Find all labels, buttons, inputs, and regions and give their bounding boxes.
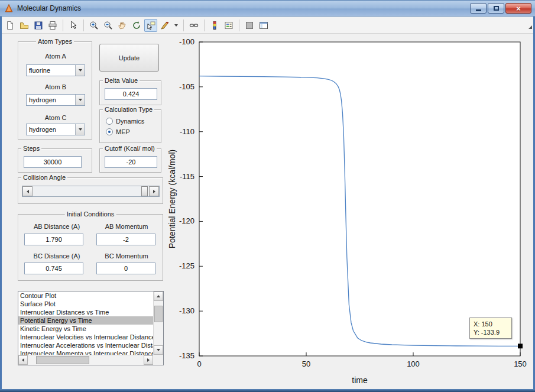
update-button[interactable]: Update bbox=[99, 44, 159, 72]
radio-mep[interactable]: MEP bbox=[106, 128, 161, 136]
svg-text:50: 50 bbox=[302, 359, 310, 368]
arrow-up-icon bbox=[157, 295, 160, 297]
edit-plot-button[interactable] bbox=[67, 19, 80, 32]
delta-value-field[interactable] bbox=[105, 88, 157, 100]
brush-dropdown-button[interactable] bbox=[173, 19, 180, 32]
zoom-in-button[interactable] bbox=[87, 19, 100, 32]
window-title: Molecular Dynamics bbox=[17, 4, 81, 12]
steps-panel: Steps bbox=[18, 148, 92, 173]
ab-momentum-field[interactable] bbox=[96, 234, 155, 245]
close-button[interactable]: × bbox=[505, 3, 531, 14]
toolbar-separator bbox=[183, 20, 184, 31]
show-plot-tools-button[interactable] bbox=[257, 19, 270, 32]
atom-b-select[interactable]: hydrogen bbox=[26, 94, 85, 106]
titlebar[interactable]: Molecular Dynamics × bbox=[0, 0, 535, 17]
list-item[interactable]: Internuclear Accelerations vs Internucle… bbox=[18, 341, 153, 349]
scroll-down-button[interactable] bbox=[154, 345, 163, 355]
radio-dynamics[interactable]: Dynamics bbox=[106, 117, 161, 125]
hide-plot-tools-icon bbox=[245, 21, 254, 30]
calculation-type-title: Calculation Type bbox=[103, 106, 154, 113]
maximize-icon bbox=[494, 6, 499, 11]
delta-value-panel: Delta Value bbox=[99, 80, 161, 105]
collision-angle-title: Collision Angle bbox=[21, 174, 67, 181]
slider-right-arrow[interactable] bbox=[149, 186, 159, 196]
insert-colorbar-button[interactable] bbox=[208, 19, 221, 32]
ab-distance-field[interactable] bbox=[24, 234, 83, 245]
rotate-3d-button[interactable] bbox=[130, 19, 143, 32]
zoom-out-icon bbox=[103, 21, 113, 30]
list-item[interactable]: Contour Plot bbox=[18, 291, 153, 300]
slider-thumb[interactable] bbox=[141, 186, 148, 196]
atom-c-dropdown-arrow[interactable] bbox=[75, 124, 85, 135]
horizontal-scrollbar-thumb[interactable] bbox=[36, 356, 89, 364]
list-item[interactable]: Internuclear Momenta vs Internuclear Dis… bbox=[18, 349, 153, 355]
chevron-down-icon bbox=[79, 128, 82, 131]
collision-angle-panel: Collision Angle bbox=[18, 177, 163, 204]
vertical-scrollbar-thumb[interactable] bbox=[154, 306, 163, 322]
arrow-left-icon bbox=[27, 190, 29, 193]
bc-momentum-field[interactable] bbox=[96, 263, 155, 274]
datatip-x: X: 150 bbox=[474, 320, 508, 328]
x-axis-label: time bbox=[352, 375, 368, 385]
horizontal-scrollbar[interactable] bbox=[18, 355, 153, 365]
slider-left-arrow[interactable] bbox=[22, 186, 33, 196]
toolbar-overflow-icon[interactable] bbox=[528, 25, 532, 29]
insert-legend-button[interactable] bbox=[222, 19, 235, 32]
open-file-button[interactable] bbox=[18, 19, 31, 32]
atom-a-value: fluorine bbox=[29, 67, 50, 74]
plot-type-list: Contour PlotSurface PlotInternuclear Dis… bbox=[18, 291, 153, 355]
insert-legend-icon bbox=[224, 21, 234, 30]
svg-text:-110: -110 bbox=[180, 127, 194, 136]
toolbar-separator bbox=[204, 20, 205, 31]
list-item[interactable]: Kinetic Energy vs Time bbox=[18, 325, 153, 333]
datatip[interactable]: X: 150 Y: -133.9 bbox=[469, 318, 512, 339]
scroll-left-button[interactable] bbox=[18, 355, 28, 365]
svg-text:150: 150 bbox=[514, 359, 527, 368]
vertical-scrollbar[interactable] bbox=[153, 291, 163, 355]
cutoff-field[interactable] bbox=[105, 156, 157, 168]
atom-c-label: Atom C bbox=[26, 114, 85, 121]
minimize-button[interactable] bbox=[470, 3, 487, 14]
atom-b-dropdown-arrow[interactable] bbox=[75, 95, 85, 105]
list-item[interactable]: Internuclear Velocities vs Internuclear … bbox=[18, 333, 153, 341]
print-figure-button[interactable] bbox=[46, 19, 59, 32]
list-item[interactable]: Potential Energy vs Time bbox=[18, 316, 153, 325]
y-axis-label: Potential Energy (kcal/mol) bbox=[167, 150, 177, 248]
atom-c-select[interactable]: hydrogen bbox=[26, 124, 85, 135]
atom-a-dropdown-arrow[interactable] bbox=[75, 65, 85, 76]
new-figure-icon bbox=[5, 21, 15, 30]
chevron-down-icon bbox=[79, 99, 82, 101]
atom-types-panel: Atom Types Atom A fluorine Atom B hydrog… bbox=[18, 41, 92, 140]
collision-angle-slider[interactable] bbox=[22, 186, 160, 197]
scroll-right-button[interactable] bbox=[144, 355, 153, 365]
bc-distance-field[interactable] bbox=[24, 263, 83, 274]
arrow-right-icon bbox=[153, 190, 155, 193]
zoom-out-button[interactable] bbox=[102, 19, 115, 32]
save-figure-button[interactable] bbox=[32, 19, 45, 32]
pan-button[interactable] bbox=[116, 19, 129, 32]
brush-button[interactable] bbox=[158, 19, 171, 32]
save-icon bbox=[34, 21, 43, 30]
rotate-3d-icon bbox=[132, 21, 141, 30]
arrow-left-icon bbox=[22, 358, 24, 362]
list-item[interactable]: Internuclear Distances vs Time bbox=[18, 308, 153, 316]
list-item[interactable]: Surface Plot bbox=[18, 300, 153, 308]
calculation-type-options: DynamicsMEP bbox=[100, 115, 161, 136]
arrow-right-icon bbox=[147, 358, 150, 362]
steps-field[interactable] bbox=[24, 156, 82, 168]
new-figure-button[interactable] bbox=[4, 19, 17, 32]
datatip-marker[interactable] bbox=[518, 344, 523, 348]
hide-plot-tools-button[interactable] bbox=[243, 19, 256, 32]
link-plot-button[interactable] bbox=[187, 19, 200, 32]
close-icon: × bbox=[516, 4, 521, 13]
chevron-down-icon bbox=[174, 24, 178, 27]
radio-circle-icon bbox=[106, 128, 113, 135]
zoom-in-icon bbox=[89, 21, 99, 30]
scroll-up-button[interactable] bbox=[154, 291, 163, 301]
window-controls: × bbox=[470, 3, 531, 14]
minimize-icon bbox=[476, 9, 481, 11]
data-cursor-button[interactable] bbox=[144, 19, 157, 32]
maximize-button[interactable] bbox=[488, 3, 504, 14]
plot-type-listbox[interactable]: Contour PlotSurface PlotInternuclear Dis… bbox=[18, 291, 164, 365]
atom-a-select[interactable]: fluorine bbox=[26, 64, 85, 76]
